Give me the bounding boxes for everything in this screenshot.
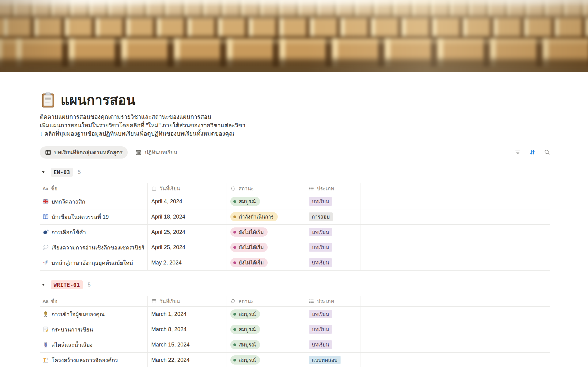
name-cell[interactable]: บทกวีคลาสสิก xyxy=(40,194,148,209)
column-header-type[interactable]: ประเภท xyxy=(305,183,360,194)
column-header-date[interactable]: วันที่เรียน xyxy=(148,296,227,306)
column-header-name[interactable]: Aaชื่อ xyxy=(40,296,148,306)
column-header-type[interactable]: ประเภท xyxy=(305,296,360,306)
status-badge[interactable]: สมบูรณ์ xyxy=(230,325,260,334)
name-cell[interactable]: เรียงความการอ่านเชิงลึกของเชคสเปียร์ xyxy=(40,240,148,255)
column-header-name[interactable]: Aaชื่อ xyxy=(40,183,148,194)
status-cell[interactable]: ยังไม่ได้เริ่ม xyxy=(227,225,305,240)
table-row[interactable]: บทนำสู่ภาษาอังกฤษยุคต้นสมัยใหม่May 2, 20… xyxy=(40,255,550,271)
table-row[interactable]: โครงสร้างและการจัดองค์กรMarch 22, 2024สม… xyxy=(40,353,550,367)
type-badge[interactable]: บทเรียน xyxy=(309,197,332,206)
table-row[interactable]: เรียงความการอ่านเชิงลึกของเชคสเปียร์Apri… xyxy=(40,240,550,255)
type-badge[interactable]: การสอบ xyxy=(309,212,333,221)
status-badge[interactable]: ยังไม่ได้เริ่ม xyxy=(230,227,268,237)
group-badge[interactable]: EN-03 xyxy=(51,168,73,177)
status-cell[interactable]: ยังไม่ได้เริ่ม xyxy=(227,255,305,270)
status-badge[interactable]: สมบูรณ์ xyxy=(230,197,260,206)
lesson-title: สไตล์และน้ำเสียง xyxy=(51,340,92,349)
tab-lesson-calendar[interactable]: ปฏิทินบทเรียน xyxy=(130,146,183,159)
table-row[interactable]: กระบวนการเขียนMarch 8, 2024สมบูรณ์บทเรีย… xyxy=(40,322,550,337)
type-badge[interactable]: บทเรียน xyxy=(309,325,332,334)
status-badge[interactable]: กำลังดำเนินการ xyxy=(230,212,278,221)
type-cell[interactable]: แบบทดสอบ xyxy=(305,353,360,367)
barber-pole-icon xyxy=(43,342,49,348)
tab-lessons-grouped-by-course[interactable]: บทเรียนที่จัดกลุ่มตามหลักสูตร xyxy=(40,146,128,159)
status-badge[interactable]: สมบูรณ์ xyxy=(230,340,260,349)
type-cell[interactable]: บทเรียน xyxy=(305,255,360,270)
table-row[interactable]: นักเขียนในศตวรรษที่ 19April 18, 2024กำลั… xyxy=(40,209,550,225)
type-cell[interactable]: บทเรียน xyxy=(305,194,360,209)
column-header-status[interactable]: สถานะ xyxy=(227,183,305,194)
table-row[interactable]: การเข้าใจผู้ชมของคุณMarch 1, 2024สมบูรณ์… xyxy=(40,307,550,322)
date-cell[interactable]: March 1, 2024 xyxy=(148,307,227,322)
empty-cell xyxy=(360,307,550,322)
table-row[interactable]: การเลือกใช้คำApril 25, 2024ยังไม่ได้เริ่… xyxy=(40,225,550,240)
date-cell[interactable]: March 22, 2024 xyxy=(148,353,227,367)
column-label: ชื่อ xyxy=(51,297,57,305)
cover-image[interactable] xyxy=(0,0,588,72)
notion-page: แผนการสอน ติดตามแผนการสอนของคุณตามรายวิช… xyxy=(0,0,588,367)
clipboard-icon[interactable] xyxy=(40,92,56,108)
type-badge[interactable]: บทเรียน xyxy=(309,228,332,236)
name-cell[interactable]: การเลือกใช้คำ xyxy=(40,225,148,240)
name-cell[interactable]: การเข้าใจผู้ชมของคุณ xyxy=(40,307,148,322)
page-description: ติดตามแผนการสอนของคุณตามรายวิชาและสถานะข… xyxy=(40,113,550,138)
list-icon xyxy=(309,298,314,304)
column-label: ชื่อ xyxy=(51,185,57,193)
group-badge[interactable]: WRITE-01 xyxy=(51,280,83,289)
status-icon xyxy=(230,298,236,304)
type-cell[interactable]: บทเรียน xyxy=(305,307,360,322)
column-header-status[interactable]: สถานะ xyxy=(227,296,305,306)
status-cell[interactable]: กำลังดำเนินการ xyxy=(227,209,305,224)
filter-icon[interactable] xyxy=(514,149,521,155)
type-cell[interactable]: บทเรียน xyxy=(305,337,360,352)
sort-icon[interactable] xyxy=(529,149,536,155)
status-badge[interactable]: สมบูรณ์ xyxy=(230,355,260,365)
name-cell[interactable]: สไตล์และน้ำเสียง xyxy=(40,337,148,352)
type-badge[interactable]: บทเรียน xyxy=(309,310,332,318)
name-cell[interactable]: กระบวนการเขียน xyxy=(40,322,148,337)
type-badge[interactable]: บทเรียน xyxy=(309,243,332,252)
type-cell[interactable]: บทเรียน xyxy=(305,322,360,337)
description-line: ↓ คลิกที่มุมมองฐานข้อมูลปฏิทินบทเรียนเพื… xyxy=(40,129,550,138)
name-cell[interactable]: บทนำสู่ภาษาอังกฤษยุคต้นสมัยใหม่ xyxy=(40,255,148,270)
group-count: 5 xyxy=(88,282,91,288)
collapse-triangle-icon[interactable] xyxy=(40,169,47,176)
status-cell[interactable]: สมบูรณ์ xyxy=(227,307,305,322)
type-badge[interactable]: แบบทดสอบ xyxy=(309,356,341,364)
status-badge[interactable]: ยังไม่ได้เริ่ม xyxy=(230,258,268,267)
search-icon[interactable] xyxy=(544,149,550,155)
cover-photo-lecture-hall xyxy=(0,0,588,72)
date-cell[interactable]: April 25, 2024 xyxy=(148,225,227,240)
type-cell[interactable]: บทเรียน xyxy=(305,240,360,255)
type-badge[interactable]: บทเรียน xyxy=(309,258,332,267)
status-cell[interactable]: สมบูรณ์ xyxy=(227,322,305,337)
name-cell[interactable]: นักเขียนในศตวรรษที่ 19 xyxy=(40,209,148,224)
status-badge[interactable]: ยังไม่ได้เริ่ม xyxy=(230,243,268,252)
date-cell[interactable]: April 18, 2024 xyxy=(148,209,227,224)
date-cell[interactable]: April 25, 2024 xyxy=(148,240,227,255)
name-cell[interactable]: โครงสร้างและการจัดองค์กร xyxy=(40,353,148,367)
column-header-extra xyxy=(360,183,550,194)
status-cell[interactable]: ยังไม่ได้เริ่ม xyxy=(227,240,305,255)
date-cell[interactable]: April 4, 2024 xyxy=(148,194,227,209)
type-badge[interactable]: บทเรียน xyxy=(309,340,332,349)
date-cell[interactable]: May 2, 2024 xyxy=(148,255,227,270)
tab-label: บทเรียนที่จัดกลุ่มตามหลักสูตร xyxy=(54,148,123,157)
status-cell[interactable]: สมบูรณ์ xyxy=(227,194,305,209)
date-cell[interactable]: March 15, 2024 xyxy=(148,337,227,352)
status-badge[interactable]: สมบูรณ์ xyxy=(230,309,260,319)
column-header-date[interactable]: วันที่เรียน xyxy=(148,183,227,194)
table-row[interactable]: บทกวีคลาสสิกApril 4, 2024สมบูรณ์บทเรียน xyxy=(40,194,550,209)
status-cell[interactable]: สมบูรณ์ xyxy=(227,337,305,352)
type-cell[interactable]: การสอบ xyxy=(305,209,360,224)
calendar-icon xyxy=(151,186,157,191)
status-dot-icon xyxy=(233,328,236,331)
view-tabs: บทเรียนที่จัดกลุ่มตามหลักสูตร ปฏิทินบทเร… xyxy=(40,146,183,159)
type-cell[interactable]: บทเรียน xyxy=(305,225,360,240)
date-cell[interactable]: March 8, 2024 xyxy=(148,322,227,337)
table-row[interactable]: สไตล์และน้ำเสียงMarch 15, 2024สมบูรณ์บทเ… xyxy=(40,337,550,353)
status-cell[interactable]: สมบูรณ์ xyxy=(227,353,305,367)
empty-cell xyxy=(360,194,550,209)
collapse-triangle-icon[interactable] xyxy=(40,282,47,288)
